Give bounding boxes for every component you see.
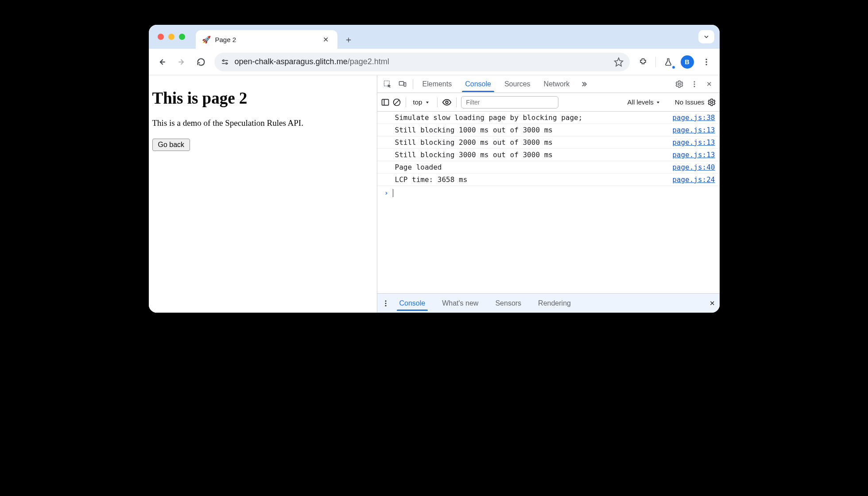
drawer-tab-rendering[interactable]: Rendering bbox=[531, 296, 578, 311]
devtools-tabs-divider bbox=[413, 79, 413, 89]
svg-rect-13 bbox=[399, 81, 403, 85]
content-area: This is page 2 This is a demo of the Spe… bbox=[149, 75, 720, 313]
devtools-close-icon[interactable]: ✕ bbox=[703, 78, 716, 91]
svg-rect-14 bbox=[404, 82, 406, 86]
new-tab-button[interactable]: ＋ bbox=[342, 33, 355, 46]
svg-point-15 bbox=[678, 83, 680, 85]
svg-point-29 bbox=[385, 305, 386, 306]
console-prompt[interactable]: › bbox=[377, 186, 720, 200]
console-sidebar-toggle-icon[interactable] bbox=[381, 98, 390, 107]
maximize-window-button[interactable] bbox=[179, 34, 185, 40]
close-window-button[interactable] bbox=[158, 34, 164, 40]
tab-favicon-icon: 🚀 bbox=[202, 35, 211, 44]
tab-sources[interactable]: Sources bbox=[499, 77, 536, 92]
bookmark-star-icon[interactable] bbox=[614, 57, 624, 67]
devtools-drawer: Console What's new Sensors Rendering ✕ bbox=[377, 293, 720, 313]
log-source-link[interactable]: page.js:40 bbox=[672, 163, 715, 171]
svg-point-18 bbox=[694, 85, 695, 87]
log-row: Page loadedpage.js:40 bbox=[377, 161, 720, 174]
log-source-link[interactable]: page.js:38 bbox=[672, 113, 715, 122]
devtools-tabs: Elements Console Sources Network ✕ bbox=[377, 75, 720, 93]
svg-point-9 bbox=[705, 58, 707, 60]
context-selector[interactable]: top bbox=[411, 97, 433, 107]
svg-point-11 bbox=[705, 64, 707, 65]
prompt-chevron-icon: › bbox=[384, 189, 389, 197]
tab-console[interactable]: Console bbox=[459, 77, 497, 92]
live-expression-icon[interactable] bbox=[442, 97, 452, 107]
url-text: open-chalk-asparagus.glitch.me/page2.htm… bbox=[235, 57, 389, 66]
console-settings-icon[interactable] bbox=[707, 98, 716, 107]
window-controls bbox=[154, 25, 190, 49]
address-bar[interactable]: open-chalk-asparagus.glitch.me/page2.htm… bbox=[214, 53, 630, 71]
tab-strip: 🚀 Page 2 ✕ ＋ bbox=[149, 25, 720, 49]
svg-point-24 bbox=[446, 101, 449, 104]
minimize-window-button[interactable] bbox=[168, 34, 174, 40]
svg-marker-8 bbox=[614, 58, 622, 66]
labs-button[interactable] bbox=[659, 53, 677, 71]
log-row: Simulate slow loading page by blocking p… bbox=[377, 112, 720, 124]
back-button[interactable] bbox=[153, 53, 171, 71]
extensions-button[interactable] bbox=[634, 53, 652, 71]
clear-console-icon[interactable] bbox=[392, 98, 401, 107]
toolbar: open-chalk-asparagus.glitch.me/page2.htm… bbox=[149, 49, 720, 75]
svg-rect-19 bbox=[382, 99, 388, 105]
toolbar-divider bbox=[655, 57, 656, 67]
tab-network[interactable]: Network bbox=[538, 77, 576, 92]
svg-point-28 bbox=[385, 302, 386, 304]
svg-point-2 bbox=[223, 60, 224, 61]
more-tabs-icon[interactable] bbox=[577, 78, 590, 91]
console-output: Simulate slow loading page by blocking p… bbox=[377, 112, 720, 293]
page-paragraph: This is a demo of the Speculation Rules … bbox=[149, 118, 377, 128]
tabs-dropdown-button[interactable] bbox=[698, 30, 714, 43]
devtools-more-icon[interactable] bbox=[688, 78, 701, 91]
svg-point-16 bbox=[694, 81, 695, 82]
browser-window: 🚀 Page 2 ✕ ＋ open-chalk-asparagus.glitch… bbox=[149, 25, 720, 313]
tab-title: Page 2 bbox=[215, 36, 236, 43]
page-viewport: This is page 2 This is a demo of the Spe… bbox=[149, 75, 377, 313]
forward-button[interactable] bbox=[173, 53, 190, 71]
profile-avatar[interactable]: B bbox=[681, 55, 694, 69]
device-toggle-icon[interactable] bbox=[396, 78, 409, 91]
svg-marker-25 bbox=[657, 101, 659, 103]
site-settings-icon[interactable] bbox=[221, 58, 229, 66]
log-levels-selector[interactable]: All levels bbox=[628, 98, 661, 106]
log-source-link[interactable]: page.js:13 bbox=[672, 126, 715, 134]
drawer-close-icon[interactable]: ✕ bbox=[709, 299, 715, 307]
drawer-tab-sensors[interactable]: Sensors bbox=[488, 296, 528, 311]
tab-elements[interactable]: Elements bbox=[417, 77, 458, 92]
svg-line-22 bbox=[395, 100, 399, 105]
drawer-tab-whats-new[interactable]: What's new bbox=[435, 296, 485, 311]
issues-button[interactable]: No Issues bbox=[675, 98, 705, 106]
svg-point-5 bbox=[225, 62, 227, 64]
log-source-link[interactable]: page.js:24 bbox=[672, 175, 715, 184]
devtools-panel: Elements Console Sources Network ✕ bbox=[377, 75, 720, 313]
log-row: Still blocking 2000 ms out of 3000 mspag… bbox=[377, 136, 720, 149]
log-row: Still blocking 3000 ms out of 3000 mspag… bbox=[377, 149, 720, 161]
console-toolbar: top All levels No Issues bbox=[377, 93, 720, 112]
drawer-more-icon[interactable] bbox=[382, 299, 390, 307]
log-source-link[interactable]: page.js:13 bbox=[672, 151, 715, 159]
tab-active[interactable]: 🚀 Page 2 ✕ bbox=[196, 30, 337, 49]
page-heading: This is page 2 bbox=[149, 89, 377, 108]
prompt-caret-icon bbox=[393, 189, 393, 197]
log-source-link[interactable]: page.js:13 bbox=[672, 138, 715, 147]
svg-point-27 bbox=[385, 300, 386, 302]
go-back-button[interactable]: Go back bbox=[152, 139, 190, 151]
console-filter-input[interactable] bbox=[461, 96, 558, 108]
reload-button[interactable] bbox=[192, 53, 210, 71]
log-row: LCP time: 3658 mspage.js:24 bbox=[377, 174, 720, 186]
svg-point-17 bbox=[694, 83, 695, 85]
overflow-menu-button[interactable] bbox=[698, 53, 715, 71]
inspect-element-icon[interactable] bbox=[381, 78, 394, 91]
devtools-settings-icon[interactable] bbox=[673, 78, 686, 91]
drawer-tab-console[interactable]: Console bbox=[392, 296, 433, 311]
svg-point-10 bbox=[705, 61, 707, 62]
log-row: Still blocking 1000 ms out of 3000 mspag… bbox=[377, 124, 720, 136]
svg-marker-23 bbox=[426, 101, 429, 103]
labs-notification-dot-icon bbox=[672, 66, 675, 69]
svg-point-26 bbox=[710, 101, 713, 103]
tab-close-button[interactable]: ✕ bbox=[320, 34, 331, 46]
